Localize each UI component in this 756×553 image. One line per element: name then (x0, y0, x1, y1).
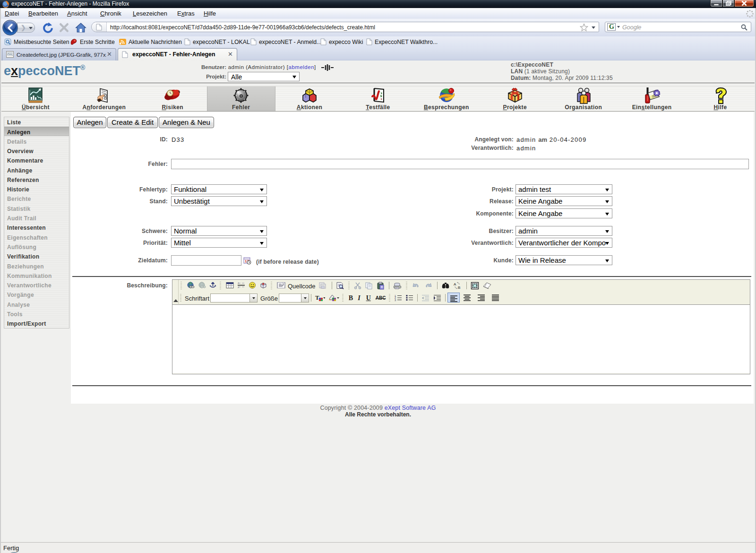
svg-text:A: A (238, 286, 239, 289)
svg-text:A: A (238, 282, 239, 285)
svg-text:3: 3 (395, 299, 396, 302)
svg-text:B: B (458, 285, 460, 289)
svg-text:T: T (315, 294, 319, 301)
svg-text:A: A (454, 282, 456, 286)
